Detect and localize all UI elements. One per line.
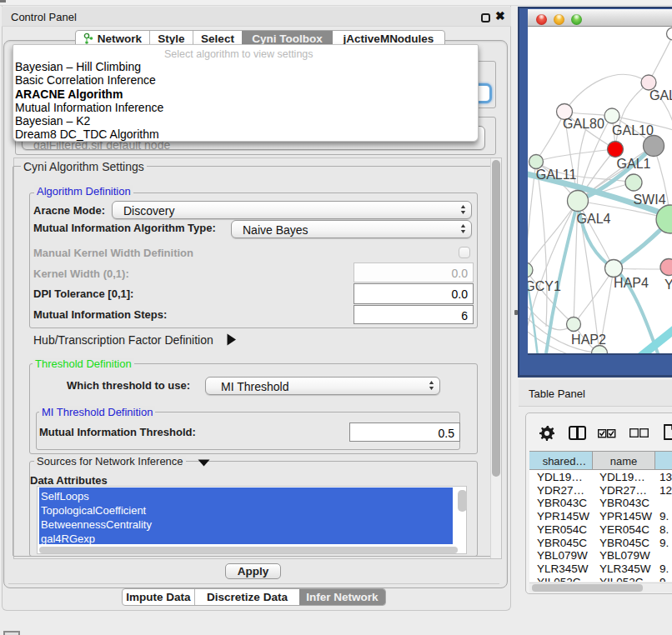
svg-text:GCY1: GCY1 — [528, 279, 561, 293]
svg-text:GAL4: GAL4 — [577, 212, 611, 226]
svg-text:HAP4: HAP4 — [614, 276, 649, 290]
svg-text:GAL7: GAL7 — [649, 88, 672, 102]
svg-text:GAL80: GAL80 — [563, 117, 604, 131]
svg-text:SWI4: SWI4 — [633, 192, 665, 207]
svg-text:HAP2: HAP2 — [571, 332, 606, 347]
svg-text:GAL1: GAL1 — [617, 157, 651, 171]
svg-text:GAL10: GAL10 — [612, 123, 654, 138]
svg-text:YEL: YEL — [664, 278, 672, 292]
svg-text:GAL11: GAL11 — [536, 168, 577, 182]
